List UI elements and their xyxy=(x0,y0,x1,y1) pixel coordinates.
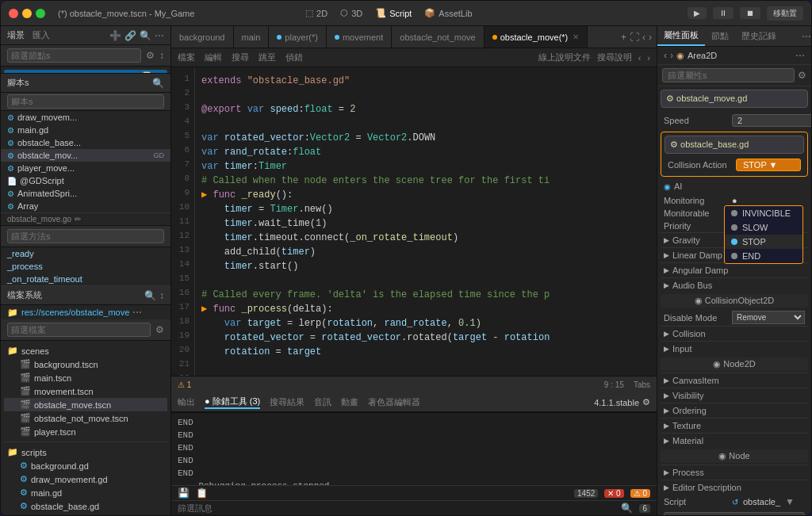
right-panel-menu[interactable]: ⋯ xyxy=(802,26,811,46)
breadcrumb-back[interactable]: ‹ xyxy=(664,50,667,61)
folder-scripts[interactable]: 📁 scripts xyxy=(4,445,167,459)
method-process[interactable]: _process xyxy=(1,260,170,273)
tab-history[interactable]: 歷史記錄 xyxy=(735,26,783,46)
script-item-animated[interactable]: ⚙ AnimatedSpri... xyxy=(1,187,170,200)
file-draw-gd[interactable]: ⚙ draw_movement.gd xyxy=(4,472,167,486)
section-angulardamp[interactable]: ▶ Angular Damp xyxy=(661,262,808,277)
filter-files-input[interactable] xyxy=(7,323,151,337)
section-material[interactable]: ▶ Material xyxy=(661,433,808,448)
pause-button[interactable]: ⏸ xyxy=(713,7,733,19)
collision-action-dropdown[interactable]: STOP ▼ xyxy=(736,159,801,171)
filesystem-sort-button[interactable]: ↕ xyxy=(159,290,164,301)
play-button[interactable]: ▶ xyxy=(688,7,707,19)
dropdown-slow[interactable]: SLOW xyxy=(725,220,802,235)
section-collision[interactable]: ▶ Collision xyxy=(661,326,808,341)
section-visibility[interactable]: ▶ Visibility xyxy=(661,388,808,403)
speed-input[interactable] xyxy=(732,114,811,127)
console-save-button[interactable]: 💾 xyxy=(178,487,190,499)
breadcrumb-menu[interactable]: ⋯ xyxy=(795,50,805,61)
console-tab-shader[interactable]: 著色器編輯器 xyxy=(368,396,420,408)
dropdown-invincible[interactable]: INVINCIBLE xyxy=(725,206,802,220)
code-editor[interactable]: 1 2 3 4 5 6 7 8 9 10 11 12 13 14 15 16 1 xyxy=(171,67,657,376)
console-tab-animation[interactable]: 動畫 xyxy=(341,396,358,408)
script-menu-button[interactable]: ▼ xyxy=(785,496,795,507)
scene-sort-button[interactable]: ↕ xyxy=(159,50,164,61)
console-tab-audio[interactable]: 音訊 xyxy=(314,396,331,408)
section-input[interactable]: ▶ Input xyxy=(661,341,808,356)
script-item-obstaclemove[interactable]: ⚙ obstacle_mov... GD xyxy=(1,149,170,162)
section-texture[interactable]: ▶ Texture xyxy=(661,418,808,433)
nav-forward-button[interactable]: › xyxy=(647,52,650,63)
filesystem-filter-button[interactable]: 🔍 xyxy=(144,290,156,301)
move-label[interactable]: 移動置 xyxy=(767,6,803,21)
method-timeout[interactable]: _on_rotate_timeout xyxy=(1,273,170,285)
file-obstaclenotmove-tscn[interactable]: 🎬 obstacle_not_move.tscn xyxy=(4,411,167,425)
tab-player[interactable]: player(*) xyxy=(269,26,327,48)
view-script-button[interactable]: 📜 Script xyxy=(375,8,412,18)
tab-obstaclemove[interactable]: obstacle_move(*) ✕ xyxy=(485,26,588,48)
path-settings[interactable]: ⋯ xyxy=(132,307,142,318)
console-tab-search[interactable]: 搜尋結果 xyxy=(270,396,304,408)
console-tab-output[interactable]: 輸出 xyxy=(178,396,195,408)
script-item-gdscript[interactable]: 📄 @GDScript xyxy=(1,174,170,187)
maximize-button[interactable] xyxy=(36,9,45,18)
view-3d-button[interactable]: ⬡ 3D xyxy=(340,8,362,18)
scene-search-input[interactable] xyxy=(7,48,141,63)
props-search-input[interactable] xyxy=(662,68,795,82)
tab-obstaclenotmove[interactable]: obstacle_not_move xyxy=(392,26,484,48)
search-scene-button[interactable]: 🔍 xyxy=(140,30,151,41)
stop-button[interactable]: ⏹ xyxy=(740,7,760,19)
fullscreen-button[interactable]: ⛶ xyxy=(630,32,639,43)
code-content[interactable]: extends "obstacle_base.gd" @export var s… xyxy=(195,67,657,376)
props-filter-button[interactable]: ⚙ xyxy=(798,70,806,81)
online-docs-button[interactable]: 線上說明文件 xyxy=(538,52,591,63)
scene-filter-button[interactable]: ⚙ xyxy=(146,50,155,61)
add-node-button[interactable]: ➕ xyxy=(109,30,121,41)
method-ready[interactable]: _ready xyxy=(1,247,170,260)
console-tab-debug[interactable]: ● 除錯工具 (3) xyxy=(205,396,260,409)
script-item-player[interactable]: ⚙ player_move... xyxy=(1,162,170,174)
section-editordesc[interactable]: ▶ Editor Description xyxy=(661,480,808,495)
view-2d-button[interactable]: ⬚ 2D xyxy=(305,8,327,18)
prev-tab-button[interactable]: ‹ xyxy=(642,32,645,43)
close-button[interactable] xyxy=(9,9,18,18)
tab-movement[interactable]: movement xyxy=(327,26,392,48)
file-obstaclemove-tscn[interactable]: 🎬 obstacle_move.tscn xyxy=(4,398,167,411)
breadcrumb-forward[interactable]: › xyxy=(670,50,673,61)
dropdown-stop[interactable]: STOP xyxy=(725,235,802,249)
search-help-button[interactable]: 搜尋說明 xyxy=(597,52,632,63)
next-tab-button[interactable]: › xyxy=(649,32,652,43)
script-item-array[interactable]: ⚙ Array xyxy=(1,200,170,212)
section-ordering[interactable]: ▶ Ordering xyxy=(661,403,808,418)
console-filter-icon[interactable]: 🔍 xyxy=(621,503,633,514)
link-node-button[interactable]: 🔗 xyxy=(124,30,136,41)
section-canvasitem[interactable]: ▶ CanvasItem xyxy=(661,373,808,388)
disablemode-select[interactable]: Remove xyxy=(732,311,805,324)
tab-background[interactable]: background xyxy=(171,26,234,48)
minimize-button[interactable] xyxy=(22,9,32,18)
menu-search[interactable]: 搜尋 xyxy=(232,52,249,63)
section-process[interactable]: ▶ Process xyxy=(661,464,808,480)
nav-back-button[interactable]: ‹ xyxy=(638,52,642,63)
script-item-obstaclebase[interactable]: ⚙ obstacle_base... xyxy=(1,136,170,149)
add-metadata-button[interactable]: 新增Metadata xyxy=(664,512,805,515)
file-background-tscn[interactable]: 🎬 background.tscn xyxy=(4,357,167,371)
dropdown-end[interactable]: END xyxy=(725,249,802,263)
tab-nodes[interactable]: 節點 xyxy=(705,26,735,46)
console-filter-input[interactable] xyxy=(178,503,615,513)
file-main-gd[interactable]: ⚙ main.gd xyxy=(4,486,167,499)
file-obstaclebase-gd[interactable]: ⚙ obstacle_base.gd xyxy=(4,499,167,513)
view-assetlib-button[interactable]: 📦 AssetLib xyxy=(424,8,472,18)
filter-icon[interactable]: ⚙ xyxy=(155,324,164,335)
script-item-draw[interactable]: ⚙ draw_movem... xyxy=(1,111,170,124)
menu-file[interactable]: 檔案 xyxy=(178,52,195,63)
section-audiobus[interactable]: ▶ Audio Bus xyxy=(661,277,808,292)
script-search-button[interactable]: 🔍 xyxy=(152,78,164,89)
menu-debug[interactable]: 偵錯 xyxy=(285,52,303,63)
scene-settings-button[interactable]: ⋯ xyxy=(155,30,164,41)
file-background-gd[interactable]: ⚙ background.gd xyxy=(4,459,167,472)
add-tab-button[interactable]: + xyxy=(621,32,626,43)
script-item-main[interactable]: ⚙ main.gd xyxy=(1,124,170,136)
tab-close-icon[interactable]: ✕ xyxy=(573,32,579,41)
file-player-tscn[interactable]: 🎬 player.tscn xyxy=(4,425,167,438)
